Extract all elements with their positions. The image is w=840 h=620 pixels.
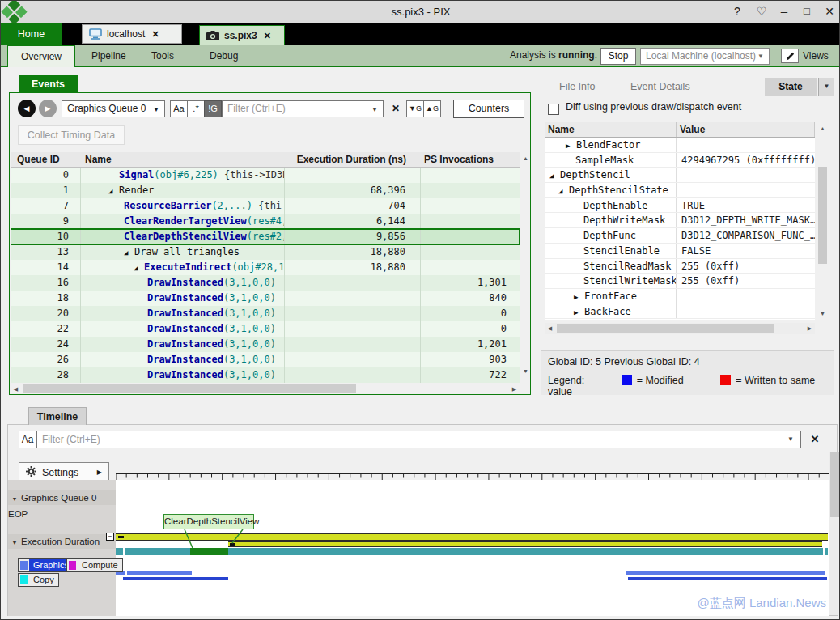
legend-compute[interactable]: Compute (66, 558, 123, 572)
collect-timing-button[interactable]: Collect Timing Data (18, 125, 125, 145)
tab-pipeline[interactable]: Pipeline (91, 45, 126, 67)
diff-checkbox[interactable] (548, 104, 559, 115)
tab-tools[interactable]: Tools (151, 45, 174, 67)
events-panel-tab[interactable]: Events (19, 75, 78, 93)
counters-button[interactable]: Counters (453, 100, 524, 118)
stop-button[interactable]: Stop (600, 48, 636, 65)
machine-selector[interactable]: Local Machine (localhost)▼ (640, 48, 770, 65)
state-row[interactable]: DepthFuncD3D12_COMPARISON_FUNC_… (545, 228, 815, 244)
timeline-clear-filter-icon[interactable]: ✕ (806, 431, 824, 448)
regex-button[interactable]: .* (187, 100, 205, 117)
state-horizontal-scrollbar[interactable]: ◀▶ (545, 323, 815, 334)
timeline-segment[interactable] (825, 548, 827, 555)
event-row[interactable]: 26DrawInstanced(3,1,0,0)903 (11, 352, 520, 367)
timeline-vertical-scrollbar[interactable] (829, 452, 838, 615)
tab-state[interactable]: State (765, 78, 817, 96)
timeline-segment[interactable] (230, 543, 235, 546)
event-row[interactable]: 18DrawInstanced(3,1,0,0)840 (11, 291, 520, 306)
tab-event-details[interactable]: Event Details (630, 78, 690, 96)
state-row[interactable]: DepthEnableTRUE (545, 198, 815, 214)
back-icon[interactable]: ◀ (18, 100, 36, 117)
legend-copy[interactable]: Copy (18, 573, 59, 587)
state-row[interactable]: ◢DepthStencilState (545, 183, 815, 198)
timeline-segment[interactable] (125, 548, 190, 555)
state-row[interactable]: ▶BackFace (545, 304, 815, 320)
col-name[interactable]: Name (81, 152, 285, 167)
close-button[interactable]: ✕ (818, 1, 840, 22)
tab-sspix3[interactable]: ss.pix3 ✕ (199, 25, 285, 45)
tab-localhost-close-icon[interactable]: ✕ (151, 29, 159, 40)
track-execution-duration[interactable]: ▼Execution Duration (8, 534, 116, 549)
event-row[interactable]: 22DrawInstanced(3,1,0,0)0 (11, 321, 520, 337)
clear-filter-icon[interactable]: ✕ (388, 100, 403, 117)
col-queue-id[interactable]: Queue ID (11, 152, 81, 167)
event-row[interactable]: 13◢Draw all triangles18,880 (11, 244, 520, 260)
state-row[interactable]: StencilReadMask255 (0xff) (545, 259, 815, 274)
scrollbar-thumb[interactable] (818, 167, 827, 264)
scrollbar-thumb[interactable] (557, 324, 774, 333)
feedback-heart-icon[interactable]: ♡ (750, 1, 773, 22)
forward-icon[interactable]: ▶ (39, 100, 57, 117)
col-state-name[interactable]: Name (545, 122, 677, 137)
events-filter-input[interactable]: Filter (Ctrl+E)▼ (222, 100, 384, 117)
timeline-segment[interactable] (228, 548, 823, 555)
scrollbar-thumb[interactable] (830, 452, 839, 517)
legend-graphics[interactable]: Graphics (18, 558, 74, 572)
collapse-expander-icon[interactable]: − (106, 533, 114, 541)
timeline-segment[interactable] (116, 533, 828, 541)
queue-selector[interactable]: Graphics Queue 0▼ (62, 100, 165, 117)
state-row[interactable]: ▶FrontFace (545, 289, 815, 304)
scroll-right-icon[interactable]: ▶ (804, 323, 815, 333)
timeline-segment[interactable] (123, 577, 228, 580)
maximize-button[interactable]: □ (795, 1, 818, 22)
tab-debug[interactable]: Debug (210, 45, 238, 67)
scroll-down-icon[interactable]: ▼ (817, 308, 828, 319)
tab-home[interactable]: Home (1, 23, 62, 45)
state-vertical-scrollbar[interactable]: ▲▼ (817, 122, 828, 320)
timeline-panel-tab[interactable]: Timeline (28, 407, 87, 425)
scroll-left-icon[interactable]: ◀ (11, 384, 21, 394)
state-row[interactable]: DepthWriteMaskD3D12_DEPTH_WRITE_MASK… (545, 213, 815, 228)
timeline-segment[interactable] (127, 571, 192, 575)
scroll-right-icon[interactable]: ▶ (509, 384, 520, 394)
event-row[interactable]: 28DrawInstanced(3,1,0,0)722 (11, 367, 520, 383)
event-row[interactable]: 0Signal(obj#6,225) {this->ID3D (11, 168, 520, 183)
help-icon[interactable]: ? (726, 1, 749, 22)
scrollbar-thumb[interactable] (23, 384, 356, 393)
timeline-segment[interactable] (118, 536, 124, 538)
next-group-button[interactable]: ▲G (423, 100, 441, 117)
timeline-filter-input[interactable]: Filter (Ctrl+E)▼ (36, 431, 801, 448)
timeline-segment[interactable] (116, 548, 123, 555)
scroll-down-icon[interactable]: ▼ (520, 366, 531, 376)
event-row[interactable]: 14◢ExecuteIndirect(obj#28,10218,880 (11, 260, 520, 275)
scroll-up-icon[interactable]: ▲ (520, 153, 531, 163)
timeline-segment[interactable] (228, 541, 822, 547)
panel-dropdown-icon[interactable]: ▼ (818, 78, 834, 96)
state-row[interactable]: SampleMask4294967295 (0xffffffff) (545, 153, 815, 168)
event-row[interactable]: 16DrawInstanced(3,1,0,0)1,301 (11, 275, 520, 291)
tab-sspix3-close-icon[interactable]: ✕ (264, 31, 271, 41)
col-state-value[interactable]: Value (677, 122, 815, 137)
event-row[interactable]: 7ResourceBarrier(2,...) {thi704 (11, 198, 520, 214)
state-row[interactable]: ▶BlendFactor (545, 138, 815, 153)
tab-file-info[interactable]: File Info (559, 78, 595, 96)
events-vertical-scrollbar[interactable]: ▲▼ (520, 152, 530, 383)
scroll-up-icon[interactable]: ▲ (817, 123, 828, 134)
event-row[interactable]: 10ClearDepthStencilView(res#2,9,856 (11, 229, 520, 244)
timeline-match-case-button[interactable]: Aa (19, 431, 36, 448)
group-filter-button[interactable]: !G (204, 100, 222, 117)
state-row[interactable]: StencilEnableFALSE (545, 244, 815, 259)
event-row[interactable]: 24DrawInstanced(3,1,0,0)1,201 (11, 337, 520, 352)
state-row[interactable]: ◢DepthStencil (545, 168, 815, 183)
event-row[interactable]: 1◢Render68,396 (11, 183, 520, 198)
tab-overview[interactable]: Overview (7, 45, 75, 67)
state-row[interactable]: StencilWriteMask255 (0xff) (545, 274, 815, 289)
scroll-left-icon[interactable]: ◀ (545, 323, 555, 333)
events-horizontal-scrollbar[interactable]: ◀▶ (11, 384, 520, 394)
track-graphics-queue-eop[interactable]: ▼Graphics Queue 0 EOP (8, 490, 116, 505)
views-button[interactable]: Views (781, 47, 829, 65)
tab-localhost[interactable]: localhost ✕ (82, 24, 182, 44)
minimize-button[interactable]: – (773, 1, 795, 22)
timeline-segment[interactable] (628, 577, 827, 580)
event-row[interactable]: 9ClearRenderTargetView(res#4,6,144 (11, 214, 520, 229)
